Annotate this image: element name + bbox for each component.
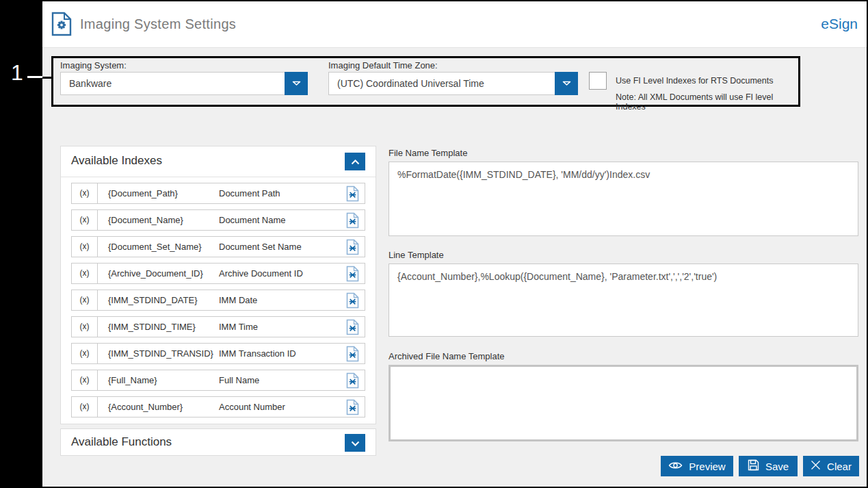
save-button[interactable]: Save — [739, 456, 798, 476]
row-code: {IMM_STDIND_TIME} — [108, 317, 196, 337]
row-name: IMM Time — [219, 317, 258, 337]
esign-link[interactable]: eSign — [821, 16, 858, 32]
chevron-down-icon[interactable] — [555, 72, 578, 95]
index-row[interactable]: (x){IMM_STDIND_DATE}IMM Date — [71, 290, 365, 311]
index-row[interactable]: (x){Archive_Document_ID}Archive Document… — [71, 263, 365, 284]
row-code: {Document_Set_Name} — [108, 237, 202, 257]
index-row[interactable]: (x){Account_Number}Account Number — [71, 396, 365, 418]
row-prefix: (x) — [72, 290, 98, 310]
index-row[interactable]: (x){IMM_STDIND_TRANSID}IMM Transaction I… — [71, 343, 365, 364]
preview-button[interactable]: Preview — [661, 456, 733, 476]
row-name: IMM Transaction ID — [219, 344, 296, 363]
row-code: {IMM_STDIND_DATE} — [108, 290, 198, 310]
row-prefix: (x) — [72, 397, 98, 417]
row-name: Document Path — [219, 183, 280, 203]
chevron-up-icon — [351, 155, 360, 168]
row-code: {IMM_STDIND_TRANSID} — [108, 344, 213, 363]
index-rows-list: (x){Document_Path}Document Path(x){Docum… — [71, 183, 365, 423]
row-name: Document Name — [219, 210, 286, 230]
available-functions-title: Available Functions — [71, 435, 172, 449]
xml-note-text: Note: All XML Documents will use FI leve… — [616, 92, 798, 112]
row-prefix: (x) — [72, 264, 98, 283]
row-code: {Full_Name} — [108, 370, 157, 390]
time-zone-value: (UTC) Coordinated Universal Time — [337, 73, 484, 94]
available-indexes-panel: Available Indexes (x){Document_Path}Docu… — [60, 146, 376, 424]
row-prefix: (x) — [72, 237, 98, 257]
row-prefix: (x) — [72, 317, 98, 337]
save-button-label: Save — [765, 461, 789, 472]
callout-marker: 1 — [11, 60, 23, 86]
chevron-down-icon — [351, 437, 360, 449]
line-template-input[interactable]: {Account_Number},%Lookup({Document_Name}… — [389, 264, 858, 337]
fi-level-indexes-checkbox[interactable] — [589, 72, 607, 90]
row-name: Archive Document ID — [219, 264, 303, 283]
row-name: IMM Date — [219, 290, 257, 310]
divider — [61, 177, 376, 177]
imaging-system-label: Imaging System: — [60, 60, 127, 70]
available-functions-panel: Available Functions — [60, 428, 376, 456]
index-row[interactable]: (x){Document_Set_Name}Document Set Name — [71, 236, 365, 257]
index-document-icon[interactable] — [346, 266, 359, 285]
index-row[interactable]: (x){Document_Path}Document Path — [71, 183, 365, 204]
row-prefix: (x) — [72, 183, 98, 203]
row-name: Document Set Name — [219, 237, 302, 257]
row-name: Full Name — [219, 370, 259, 390]
document-gear-icon — [51, 12, 72, 39]
archived-file-name-template-input[interactable] — [389, 365, 858, 441]
imaging-system-dropdown[interactable]: Bankware — [60, 72, 308, 95]
fi-level-indexes-label: Use FI Level Indexes for RTS Documents — [616, 76, 773, 86]
time-zone-label: Imaging Default Time Zone: — [328, 60, 438, 70]
index-document-icon[interactable] — [346, 319, 359, 338]
callout-connector-line — [27, 76, 42, 78]
page-content: Imaging System Settings eSign Imaging Sy… — [42, 1, 867, 487]
collapse-button[interactable] — [345, 153, 365, 170]
file-name-template-label: File Name Template — [389, 148, 467, 158]
row-code: {Document_Name} — [108, 210, 183, 230]
close-x-icon — [811, 460, 821, 472]
available-indexes-title: Available Indexes — [71, 154, 162, 168]
clear-button-label: Clear — [827, 461, 852, 472]
archived-file-name-template-label: Archived File Name Template — [389, 351, 505, 361]
row-code: {Document_Path} — [108, 183, 178, 203]
page-header: Imaging System Settings eSign — [42, 1, 867, 48]
callout-connector-line — [42, 77, 52, 79]
clear-button[interactable]: Clear — [803, 456, 859, 476]
preview-button-label: Preview — [689, 461, 725, 472]
imaging-settings-callout: Imaging System: Bankware Imaging Default… — [51, 56, 800, 107]
row-prefix: (x) — [72, 344, 98, 363]
index-document-icon[interactable] — [346, 372, 359, 391]
file-name-template-input[interactable]: %FormatDate({IMM_STDIND_DATE}, 'MM/dd/yy… — [389, 162, 858, 236]
eye-icon — [668, 461, 683, 472]
index-row[interactable]: (x){Full_Name}Full Name — [71, 370, 365, 391]
index-document-icon[interactable] — [346, 399, 359, 418]
index-document-icon[interactable] — [346, 185, 359, 205]
row-prefix: (x) — [72, 210, 98, 230]
index-row[interactable]: (x){Document_Name}Document Name — [71, 209, 365, 231]
row-code: {Archive_Document_ID} — [108, 264, 203, 283]
row-prefix: (x) — [72, 370, 98, 390]
line-template-label: Line Template — [389, 250, 444, 260]
index-document-icon[interactable] — [346, 239, 359, 258]
page-title: Imaging System Settings — [80, 16, 236, 32]
expand-button[interactable] — [345, 434, 365, 452]
index-document-icon[interactable] — [346, 292, 359, 311]
row-name: Account Number — [219, 397, 285, 417]
index-row[interactable]: (x){IMM_STDIND_TIME}IMM Time — [71, 316, 365, 337]
chevron-down-icon[interactable] — [285, 72, 308, 95]
index-document-icon[interactable] — [346, 346, 359, 365]
time-zone-dropdown[interactable]: (UTC) Coordinated Universal Time — [328, 72, 578, 95]
row-code: {Account_Number} — [108, 397, 183, 417]
imaging-system-value: Bankware — [69, 73, 111, 94]
save-floppy-icon — [748, 459, 759, 473]
index-document-icon[interactable] — [346, 212, 359, 231]
